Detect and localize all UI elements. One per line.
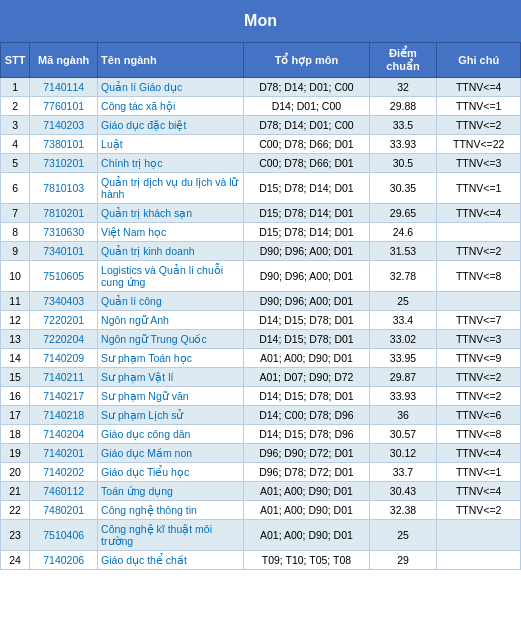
col-header-ten: Tên ngành bbox=[98, 43, 244, 78]
table-row: 27760101Công tác xã hộiD14; D01; C0029.8… bbox=[1, 97, 521, 116]
col-header-stt: STT bbox=[1, 43, 30, 78]
table-row: 187140204Giáo dục công dânD14; D15; D78;… bbox=[1, 425, 521, 444]
table-row: 97340101Quản trị kinh doanhD90; D96; A00… bbox=[1, 242, 521, 261]
table-row: 157140211Sư phạm Vật líA01; D07; D90; D7… bbox=[1, 368, 521, 387]
table-row: 127220201Ngôn ngữ AnhD14; D15; D78; D013… bbox=[1, 311, 521, 330]
col-header-tohop: Tổ hợp môn bbox=[244, 43, 369, 78]
table-row: 117340403Quản lí côngD90; D96; A00; D012… bbox=[1, 292, 521, 311]
table-row: 207140202Giáo dục Tiểu họcD96; D78; D72;… bbox=[1, 463, 521, 482]
col-header-ghichu: Ghi chú bbox=[437, 43, 521, 78]
table-row: 67810103Quản trị dịch vụ du lịch và lữ h… bbox=[1, 173, 521, 204]
col-header-diem: Điểm chuẩn bbox=[369, 43, 437, 78]
table-row: 87310630Việt Nam họcD15; D78; D14; D0124… bbox=[1, 223, 521, 242]
table-row: 217460112Toán ứng dụngA01; A00; D90; D01… bbox=[1, 482, 521, 501]
table-row: 107510605Logistics và Quản lí chuỗi cung… bbox=[1, 261, 521, 292]
table-row: 137220204Ngôn ngữ Trung QuốcD14; D15; D7… bbox=[1, 330, 521, 349]
table-row: 177140218Sư phạm Lịch sửD14; C00; D78; D… bbox=[1, 406, 521, 425]
table-row: 17140114Quản lí Giáo dụcD78; D14; D01; C… bbox=[1, 78, 521, 97]
main-table: STT Mã ngành Tên ngành Tổ hợp môn Điểm c… bbox=[0, 42, 521, 570]
table-row: 57310201Chính trị họcC00; D78; D66; D013… bbox=[1, 154, 521, 173]
table-header-row: STT Mã ngành Tên ngành Tổ hợp môn Điểm c… bbox=[1, 43, 521, 78]
table-row: 37140203Giáo dục đặc biệtD78; D14; D01; … bbox=[1, 116, 521, 135]
table-row: 147140209Sư phạm Toán họcA01; A00; D90; … bbox=[1, 349, 521, 368]
table-row: 77810201Quản trị khách sạnD15; D78; D14;… bbox=[1, 204, 521, 223]
header-row: Mon bbox=[0, 0, 521, 42]
table-row: 227480201Công nghệ thông tinA01; A00; D9… bbox=[1, 501, 521, 520]
table-row: 47380101LuậtC00; D78; D66; D0133.93TTNV<… bbox=[1, 135, 521, 154]
col-header-ma: Mã ngành bbox=[30, 43, 98, 78]
table-row: 237510406Công nghệ kĩ thuật môi trườngA0… bbox=[1, 520, 521, 551]
table-row: 247140206Giáo dục thể chấtT09; T10; T05;… bbox=[1, 551, 521, 570]
table-row: 197140201Giáo dục Mầm nonD96; D90; D72; … bbox=[1, 444, 521, 463]
header-title: Mon bbox=[244, 12, 277, 30]
table-row: 167140217Sư phạm Ngữ vănD14; D15; D78; D… bbox=[1, 387, 521, 406]
